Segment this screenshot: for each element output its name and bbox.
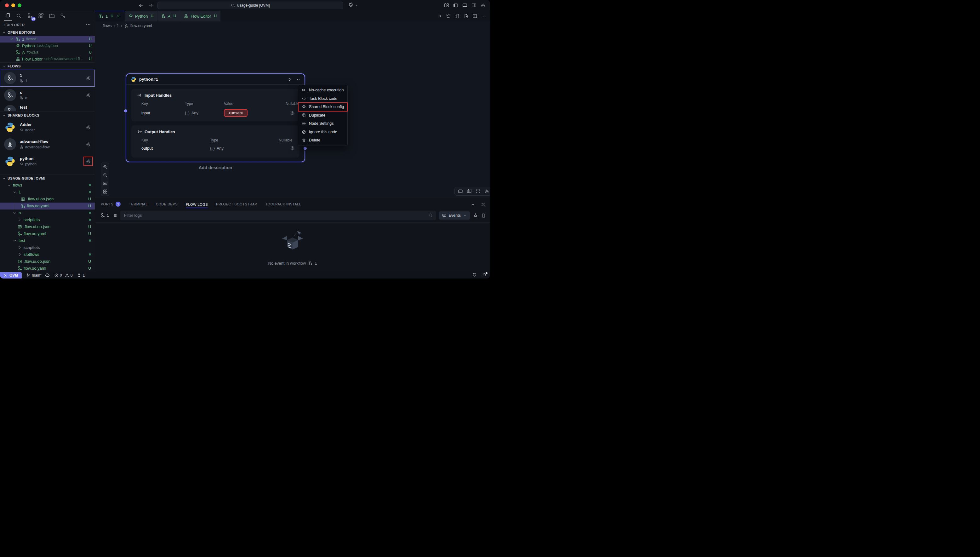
command-center-search[interactable]: usage-guide [OVM] <box>158 2 343 9</box>
tree-folder-scriptlets-test[interactable]: scriptlets <box>0 244 95 251</box>
section-workspace[interactable]: USAGE-GUIDE [OVM] <box>0 174 95 182</box>
gear-icon[interactable] <box>86 93 91 98</box>
gear-icon-highlighted[interactable] <box>86 159 91 164</box>
output-port[interactable] <box>303 146 307 151</box>
problems-indicator[interactable]: 0 0 <box>54 273 72 278</box>
node-python-1[interactable]: python#1 Input Handles Key Type Value <box>126 73 305 162</box>
extensions-activity-icon[interactable] <box>37 11 44 21</box>
tab-a[interactable]: A U <box>158 11 180 21</box>
close-panel-icon[interactable] <box>481 202 486 207</box>
menu-item-shared-block-config[interactable]: Shared Block config <box>298 103 347 111</box>
open-editor-item-python[interactable]: Python tasks/python U <box>0 42 95 49</box>
git-branch-indicator[interactable]: main* <box>26 273 50 278</box>
flows-activity-icon[interactable]: 29 <box>26 11 33 21</box>
menu-item-ignore-this-node[interactable]: Ignore this node <box>298 128 347 137</box>
flow-card-1[interactable]: 1 1 <box>0 70 95 86</box>
fit-view-icon[interactable] <box>476 189 481 194</box>
panel-tab-toolpack-install[interactable]: TOOLPACK INSTALL <box>265 202 301 207</box>
tab-1[interactable]: 1 U <box>95 11 125 21</box>
panel-tab-flow-logs[interactable]: FLOW LOGS <box>186 203 208 208</box>
gear-icon[interactable] <box>290 145 295 151</box>
output-handle-row[interactable]: output {..} Any <box>137 145 295 153</box>
remote-indicator[interactable]: OVM <box>0 272 22 279</box>
panel-tab-terminal[interactable]: TERMINAL <box>129 202 148 207</box>
explorer-activity-icon[interactable] <box>5 11 11 21</box>
input-port[interactable] <box>124 109 128 113</box>
input-handle-row[interactable]: input {..} Any <unset> <box>137 109 295 117</box>
gear-icon[interactable] <box>86 125 91 130</box>
flow-card-s[interactable]: s a <box>0 86 95 104</box>
toggle-panel-icon[interactable] <box>458 189 463 194</box>
tree-file-json[interactable]: .flow.ui.oo.json U <box>0 258 95 265</box>
fit-width-icon[interactable] <box>102 181 108 186</box>
clear-logs-broom-icon[interactable] <box>473 213 478 218</box>
canvas-settings-gear-icon[interactable] <box>484 189 489 194</box>
more-actions-icon[interactable] <box>481 13 486 19</box>
notifications-bell[interactable] <box>482 273 487 278</box>
filter-logs-input[interactable] <box>120 211 436 220</box>
shared-block-adder[interactable]: Adder adder <box>0 119 95 136</box>
toggle-sidebar-icon[interactable] <box>453 3 458 8</box>
section-flows[interactable]: FLOWS <box>0 62 95 70</box>
flow-canvas[interactable]: python#1 Input Handles Key Type Value <box>95 30 490 198</box>
tree-folder-a[interactable]: a <box>0 210 95 217</box>
tab-flow-editor[interactable]: Flow Editor U <box>180 11 221 21</box>
minimap-icon[interactable] <box>467 189 472 194</box>
zoom-in-icon[interactable] <box>102 164 108 169</box>
tree-folder-test[interactable]: test <box>0 237 95 244</box>
log-list-icon[interactable] <box>112 213 117 218</box>
zoom-window-button[interactable] <box>18 3 21 7</box>
menu-item-duplicate[interactable]: Duplicate <box>298 111 347 120</box>
menu-item-delete[interactable]: Delete <box>298 136 347 145</box>
shared-block-python[interactable]: python python <box>0 153 95 170</box>
tab-python[interactable]: Python U <box>125 11 158 21</box>
open-editor-item-flow-editor[interactable]: Flow Editor subflows/advanced-fl... U <box>0 56 95 62</box>
panel-tab-project-bootstrap[interactable]: PROJECT BOOTSTRAP <box>216 202 257 207</box>
breadcrumb-file[interactable]: flow.oo.yaml <box>130 24 152 28</box>
keys-activity-icon[interactable] <box>60 11 67 21</box>
tree-file-json[interactable]: .flow.ui.oo.json U <box>0 223 95 230</box>
toggle-secondary-sidebar-icon[interactable] <box>471 3 476 8</box>
toggle-panel-icon[interactable] <box>462 3 467 8</box>
node-menu-icon[interactable] <box>295 77 300 82</box>
menu-item-task-block-code[interactable]: Task Block code <box>298 94 347 103</box>
explorer-more-icon[interactable] <box>86 24 90 25</box>
menu-item-node-settings[interactable]: Node Settings <box>298 119 347 128</box>
tree-file-yaml-selected[interactable]: flow.oo.yaml U <box>0 203 95 210</box>
open-editor-item-a[interactable]: A flows/a U <box>0 49 95 56</box>
split-editor-icon[interactable] <box>472 13 478 19</box>
rerun-icon[interactable] <box>446 13 451 19</box>
cloud-upload-icon[interactable] <box>45 273 50 278</box>
panel-tab-code-deps[interactable]: CODE DEPS <box>156 202 178 207</box>
breadcrumb-1[interactable]: 1 <box>117 24 119 28</box>
bunny-icon[interactable] <box>472 272 478 278</box>
export-file-icon[interactable] <box>463 13 468 19</box>
section-open-editors[interactable]: OPEN EDITORS <box>0 29 95 36</box>
panel-tab-ports[interactable]: PORTS 1 <box>101 202 120 207</box>
close-window-button[interactable] <box>5 3 9 7</box>
handle-type[interactable]: Any <box>192 111 198 115</box>
run-node-icon[interactable] <box>287 77 292 82</box>
tree-file-json[interactable]: .flow.ui.oo.json U <box>0 195 95 203</box>
unset-value-chip[interactable]: <unset> <box>224 109 247 117</box>
node-header[interactable]: python#1 <box>126 74 304 85</box>
export-logs-icon[interactable] <box>481 213 486 218</box>
run-icon[interactable] <box>437 13 442 19</box>
tree-folder-flows[interactable]: flows <box>0 182 95 189</box>
tree-file-yaml[interactable]: flow.oo.yaml U <box>0 230 95 237</box>
compare-changes-icon[interactable] <box>455 13 460 19</box>
flow-card-test[interactable]: test <box>0 104 95 112</box>
shared-block-advanced-flow[interactable]: advanced-flow advanced-flow <box>0 136 95 153</box>
customize-layout-icon[interactable] <box>444 3 449 8</box>
gear-icon[interactable] <box>86 76 91 81</box>
folder-activity-icon[interactable] <box>49 11 55 21</box>
handle-type[interactable]: Any <box>217 146 224 151</box>
search-activity-icon[interactable] <box>15 11 22 21</box>
breadcrumb-flows[interactable]: flows <box>102 24 112 28</box>
events-dropdown[interactable]: Events <box>439 212 470 220</box>
menu-item-no-cache-execution[interactable]: No-cache execution <box>298 86 347 94</box>
tree-folder-slotflows[interactable]: slotflows <box>0 251 95 258</box>
maximize-panel-icon[interactable] <box>470 202 476 207</box>
tree-file-yaml[interactable]: flow.oo.yaml U <box>0 265 95 272</box>
breadcrumb[interactable]: flows › 1 › flow.oo.yaml <box>95 21 490 30</box>
